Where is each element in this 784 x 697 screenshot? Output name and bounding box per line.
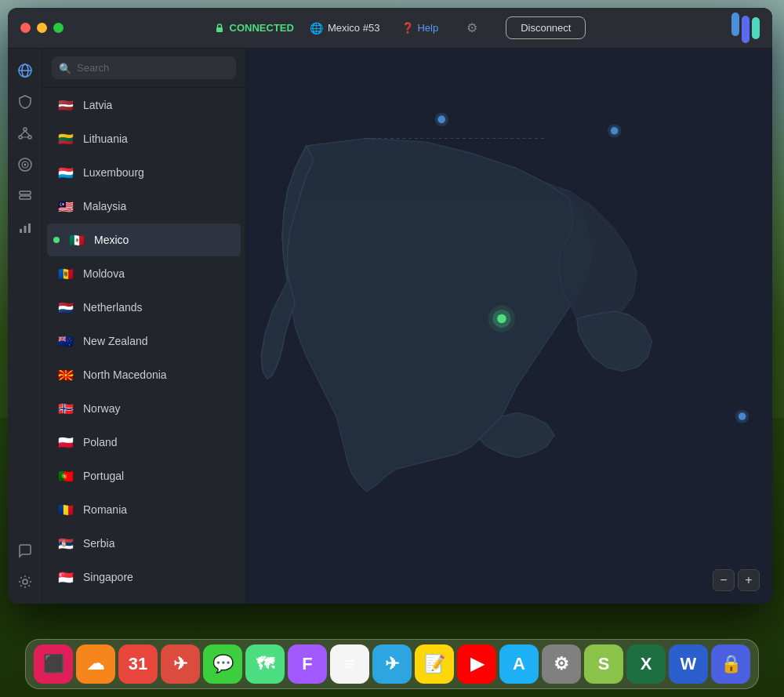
dock-item-excel[interactable]: X	[626, 644, 666, 684]
traffic-lights	[20, 23, 64, 33]
flag-singapore: 🇸🇬	[56, 568, 75, 586]
disconnect-button[interactable]: Disconnect	[506, 16, 586, 39]
country-item-portugal[interactable]: 🇵🇹 Portugal	[47, 459, 241, 492]
flag-lithuania: 🇱🇹	[56, 129, 75, 148]
settings-nav-icon	[17, 574, 33, 590]
dock-item-maps[interactable]: 🗺	[245, 644, 285, 684]
zoom-out-button[interactable]: −	[713, 569, 735, 591]
svg-point-31	[735, 409, 749, 423]
country-item-north-macedonia[interactable]: 🇲🇰 North Macedonia	[47, 358, 241, 391]
svg-rect-13	[20, 191, 31, 194]
dock-item-slack[interactable]: ⬛	[34, 644, 73, 684]
svg-point-12	[24, 164, 26, 166]
support-nav-icon	[17, 543, 33, 558]
country-item-latvia[interactable]: 🇱🇻 Latvia	[47, 89, 241, 122]
dock-item-nordvpn[interactable]: 🔒	[711, 644, 750, 684]
dock-item-reminders[interactable]: ≡	[330, 644, 369, 684]
flag-norway: 🇳🇴	[56, 399, 75, 418]
title-settings-button[interactable]: ⚙	[460, 17, 484, 38]
main-content: 🔍 🇱🇻 Latvia 🇱🇹 Lithuania 🇱🇺 Luxembourg 🇲…	[8, 49, 772, 604]
search-input[interactable]	[52, 56, 236, 79]
svg-point-4	[24, 128, 27, 131]
flag-north-macedonia: 🇲🇰	[56, 365, 75, 384]
dock-item-cloud[interactable]: ☁	[76, 644, 115, 684]
flag-mexico: 🇲🇽	[67, 231, 86, 249]
country-item-luxembourg[interactable]: 🇱🇺 Luxembourg	[47, 156, 241, 189]
dock-item-word[interactable]: W	[669, 644, 708, 684]
sidebar-item-meshnet[interactable]	[13, 121, 38, 146]
country-item-romania[interactable]: 🇷🇴 Romania	[47, 493, 241, 526]
active-indicator	[53, 237, 60, 243]
country-item-lithuania[interactable]: 🇱🇹 Lithuania	[47, 122, 241, 155]
logo-bar-2	[742, 16, 750, 43]
country-item-norway[interactable]: 🇳🇴 Norway	[47, 392, 241, 425]
zoom-in-button[interactable]: +	[738, 569, 760, 591]
dock-item-notes[interactable]: 📝	[415, 644, 454, 684]
fullscreen-button[interactable]	[53, 23, 64, 33]
mesh-nav-icon	[17, 125, 33, 141]
country-list-panel: 🔍 🇱🇻 Latvia 🇱🇹 Lithuania 🇱🇺 Luxembourg 🇲…	[42, 49, 246, 604]
dock-item-systemprefs[interactable]: ⚙	[542, 644, 581, 684]
svg-rect-15	[20, 229, 22, 233]
title-bar: CONNECTED 🌐 Mexico #53 ❓ Help ⚙ Disconne…	[8, 8, 772, 49]
country-item-new-zealand[interactable]: 🇳🇿 New Zealand	[47, 325, 241, 358]
sidebar-item-globe[interactable]	[13, 58, 38, 83]
dock-item-appstore[interactable]: A	[499, 644, 539, 684]
country-item-poland[interactable]: 🇵🇱 Poland	[47, 426, 241, 459]
minimize-button[interactable]	[37, 23, 47, 33]
flag-malaysia: 🇲🇾	[56, 197, 75, 216]
dock-item-messages[interactable]: 💬	[203, 644, 242, 684]
dock-item-scrivener[interactable]: S	[584, 644, 623, 684]
dock-item-figma[interactable]: F	[288, 644, 327, 684]
sidebar-item-stats[interactable]	[13, 215, 38, 240]
help-button[interactable]: ❓ Help	[395, 19, 445, 37]
country-item-mexico[interactable]: 🇲🇽 Mexico	[47, 223, 241, 256]
flag-latvia: 🇱🇻	[56, 96, 75, 114]
connection-status: CONNECTED	[214, 22, 294, 34]
svg-rect-0	[216, 27, 223, 32]
server-name: Mexico #53	[328, 22, 379, 34]
country-name-new-zealand: New Zealand	[83, 335, 148, 347]
country-item-moldova[interactable]: 🇲🇩 Moldova	[47, 257, 241, 290]
dock-item-youtube[interactable]: ▶	[457, 644, 496, 684]
dock-item-telegram[interactable]: ✈	[372, 644, 412, 684]
dock-item-calendar[interactable]: 31	[118, 644, 158, 684]
map-controls: − +	[713, 569, 760, 591]
sidebar-item-settings[interactable]	[13, 569, 38, 594]
flag-netherlands: 🇳🇱	[56, 298, 75, 317]
globe-icon: 🌐	[310, 22, 323, 34]
country-item-netherlands[interactable]: 🇳🇱 Netherlands	[47, 291, 241, 324]
country-item-malaysia[interactable]: 🇲🇾 Malaysia	[47, 190, 241, 223]
search-box: 🔍	[42, 49, 245, 88]
flag-portugal: 🇵🇹	[56, 466, 75, 485]
country-name-luxembourg: Luxembourg	[83, 166, 144, 179]
country-name-portugal: Portugal	[83, 470, 124, 482]
country-name-serbia: Serbia	[83, 537, 114, 550]
layers-nav-icon	[17, 188, 33, 204]
flag-moldova: 🇲🇩	[56, 264, 75, 283]
svg-point-24	[435, 113, 448, 126]
dock: ⬛☁31✈💬🗺F≡✈📝▶A⚙SXW🔒	[25, 639, 759, 689]
stats-nav-icon	[17, 220, 33, 235]
sidebar-item-support[interactable]	[13, 538, 38, 563]
nordvpn-logo	[731, 13, 760, 43]
sidebar-item-threat[interactable]	[13, 152, 38, 177]
sidebar-item-shield[interactable]	[13, 89, 38, 114]
dock-item-airmail[interactable]: ✈	[161, 644, 200, 684]
country-list[interactable]: 🇱🇻 Latvia 🇱🇹 Lithuania 🇱🇺 Luxembourg 🇲🇾 …	[42, 88, 245, 604]
svg-point-26	[608, 124, 621, 137]
svg-rect-16	[24, 226, 26, 233]
country-item-singapore[interactable]: 🇸🇬 Singapore	[47, 561, 241, 594]
shield-nav-icon	[17, 94, 33, 110]
help-circle-icon: ❓	[401, 22, 414, 34]
country-item-slovakia[interactable]: 🇸🇰 Slovakia	[47, 594, 241, 604]
close-button[interactable]	[20, 23, 31, 33]
flag-luxembourg: 🇱🇺	[56, 163, 75, 182]
search-icon: 🔍	[59, 62, 71, 74]
svg-line-7	[20, 131, 25, 136]
app-window: CONNECTED 🌐 Mexico #53 ❓ Help ⚙ Disconne…	[8, 8, 772, 604]
sidebar-item-vpn[interactable]	[13, 183, 38, 209]
logo-bar-3	[752, 17, 760, 39]
help-label: Help	[417, 22, 438, 34]
country-item-serbia[interactable]: 🇷🇸 Serbia	[47, 527, 241, 560]
